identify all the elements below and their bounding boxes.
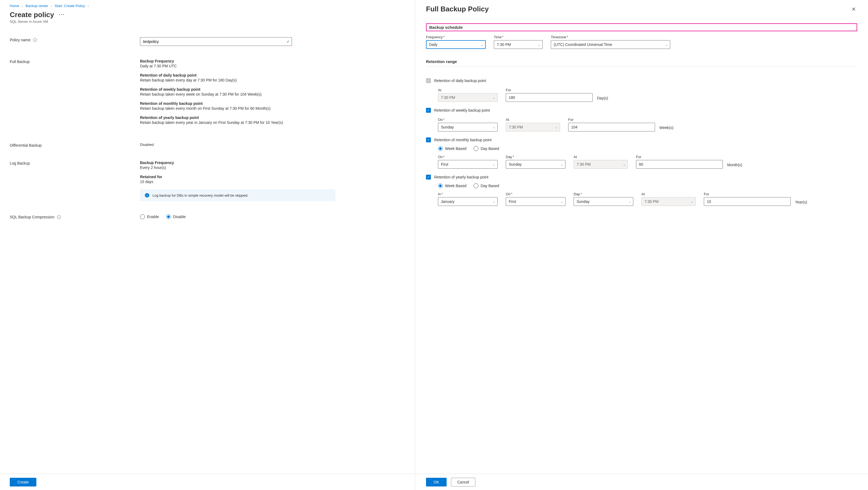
- frequency-label: Frequency*: [426, 35, 486, 39]
- timezone-select[interactable]: (UTC) Coordinated Universal Time⌄: [551, 40, 670, 49]
- panel-title: Full Backup Policy: [426, 5, 489, 13]
- chevron-down-icon: ⌄: [493, 200, 495, 203]
- fb-yearly-title: Retention of yearly backup point: [140, 115, 415, 120]
- monthly-day-based-radio[interactable]: Day Based: [473, 146, 499, 151]
- chevron-down-icon: ⌄: [665, 43, 668, 47]
- full-backup-label: Full Backup: [10, 59, 140, 64]
- yearly-week-based-label: Week Based: [445, 183, 466, 188]
- info-icon[interactable]: i: [33, 38, 37, 42]
- info-banner-text: Log backup for DBs in simple recovery mo…: [153, 193, 248, 198]
- fb-yearly-detail: Retain backup taken every year in Januar…: [140, 120, 415, 125]
- log-freq-title: Backup Frequency: [140, 161, 415, 165]
- monthly-at-input: 7:30 PM⌄: [574, 160, 628, 169]
- radio-enable-label: Enable: [147, 214, 159, 219]
- right-footer: OK Cancel: [415, 474, 868, 490]
- fb-daily-title: Retention of daily backup point: [140, 73, 415, 78]
- left-footer: Create: [0, 474, 415, 490]
- yearly-at-input: 7:30 PM⌄: [642, 197, 696, 206]
- time-select[interactable]: 7:30 PM⌄: [494, 40, 543, 49]
- fb-monthly-detail: Retain backup taken every month on First…: [140, 106, 415, 111]
- daily-for-label: For: [506, 88, 593, 92]
- info-banner: i Log backup for DBs in simple recovery …: [140, 189, 335, 201]
- radio-enable[interactable]: Enable: [140, 214, 159, 219]
- monthly-week-based-radio[interactable]: Week Based: [438, 146, 466, 151]
- checkmark-icon: ✓: [286, 39, 290, 44]
- yearly-retention-label: Retention of yearly backup point: [434, 175, 488, 179]
- retention-range-heading: Retention range: [426, 59, 857, 67]
- yearly-for-input[interactable]: 10: [704, 197, 791, 206]
- yearly-in-select[interactable]: January⌄: [438, 197, 498, 206]
- page-title-text: Create policy: [10, 10, 54, 19]
- fb-weekly-detail: Retain backup taken every week on Sunday…: [140, 92, 415, 96]
- chevron-down-icon: ⌄: [623, 163, 625, 166]
- breadcrumb-backup-center[interactable]: Backup center: [26, 4, 48, 8]
- full-backup-policy-panel: Full Backup Policy ✕ Backup schedule Fre…: [415, 0, 868, 490]
- breadcrumb-start-create-policy[interactable]: Start: Create Policy: [55, 4, 85, 8]
- diff-backup-value: Disabled: [140, 143, 415, 147]
- monthly-retention-checkbox[interactable]: ✓: [426, 138, 431, 142]
- breadcrumb-home[interactable]: Home: [10, 4, 19, 8]
- timezone-label: Timezone*: [551, 35, 670, 39]
- daily-for-input[interactable]: 180: [506, 93, 593, 102]
- yearly-on-label: On*: [506, 192, 565, 196]
- monthly-unit: Month(s): [727, 163, 742, 169]
- log-backup-label: Log Backup: [10, 161, 140, 166]
- radio-disable-label: Disable: [173, 214, 186, 219]
- monthly-on-label: On*: [438, 155, 498, 159]
- fb-freq-title: Backup Frequency: [140, 59, 415, 63]
- ok-button[interactable]: OK: [426, 478, 446, 487]
- chevron-right-icon: ›: [88, 4, 89, 8]
- policy-name-label: Policy name i: [10, 37, 140, 42]
- yearly-unit: Year(s): [795, 200, 807, 206]
- radio-disable[interactable]: Disable: [166, 214, 186, 219]
- page-title: Create policy ···: [10, 10, 415, 19]
- yearly-day-based-label: Day Based: [480, 183, 499, 188]
- chevron-down-icon: ⌄: [481, 43, 483, 47]
- info-icon[interactable]: i: [57, 215, 61, 219]
- chevron-right-icon: ›: [51, 4, 52, 8]
- create-button[interactable]: Create: [10, 478, 36, 487]
- yearly-day-based-radio[interactable]: Day Based: [473, 183, 499, 188]
- daily-retention-checkbox: ✓: [426, 78, 431, 83]
- fb-freq-detail: Daily at 7:30 PM UTC: [140, 64, 415, 68]
- log-ret-detail: 15 days: [140, 179, 415, 184]
- weekly-for-input[interactable]: 104: [568, 123, 655, 132]
- log-freq-detail: Every 2 hour(s): [140, 166, 415, 170]
- fb-monthly-title: Retention of monthly backup point: [140, 101, 415, 106]
- frequency-select[interactable]: Daily⌄: [426, 40, 486, 49]
- policy-name-input[interactable]: [140, 37, 292, 46]
- chevron-down-icon: ⌄: [561, 163, 563, 166]
- fb-weekly-title: Retention of weekly backup point: [140, 87, 415, 91]
- log-ret-title: Retained for: [140, 175, 415, 179]
- cancel-button[interactable]: Cancel: [451, 478, 475, 487]
- weekly-retention-checkbox[interactable]: ✓: [426, 108, 431, 113]
- monthly-at-label: At: [574, 155, 628, 159]
- yearly-day-label: Day*: [574, 192, 633, 196]
- yearly-day-select[interactable]: Sunday⌄: [574, 197, 633, 206]
- monthly-retention-label: Retention of monthly backup point: [434, 138, 492, 142]
- monthly-for-input[interactable]: 60: [636, 160, 723, 169]
- yearly-on-select[interactable]: First⌄: [506, 197, 565, 206]
- monthly-day-label: Day*: [506, 155, 565, 159]
- create-policy-pane: Home › Backup center › Start: Create Pol…: [0, 0, 415, 490]
- yearly-for-label: For: [704, 192, 791, 196]
- yearly-week-based-radio[interactable]: Week Based: [438, 183, 466, 188]
- monthly-on-select[interactable]: First⌄: [438, 160, 498, 169]
- chevron-down-icon: ⌄: [538, 43, 540, 47]
- yearly-retention-checkbox[interactable]: ✓: [426, 175, 431, 179]
- weekly-retention-label: Retention of weekly backup point: [434, 108, 490, 112]
- chevron-down-icon: ⌄: [691, 200, 693, 203]
- monthly-day-select[interactable]: Sunday⌄: [506, 160, 565, 169]
- chevron-down-icon: ⌄: [493, 125, 495, 129]
- weekly-at-label: At: [506, 118, 560, 122]
- chevron-down-icon: ⌄: [555, 125, 558, 129]
- daily-unit: Day(s): [597, 96, 608, 102]
- more-actions-button[interactable]: ···: [59, 12, 65, 18]
- daily-retention-label: Retention of daily backup point: [434, 79, 486, 83]
- weekly-for-label: For: [568, 118, 655, 122]
- time-label: Time*: [494, 35, 543, 39]
- close-icon[interactable]: ✕: [850, 5, 857, 13]
- daily-at-input: 7:30 PM⌄: [438, 93, 498, 102]
- weekly-on-select[interactable]: Sunday⌄: [438, 123, 498, 132]
- diff-backup-label: Differential Backup: [10, 143, 140, 147]
